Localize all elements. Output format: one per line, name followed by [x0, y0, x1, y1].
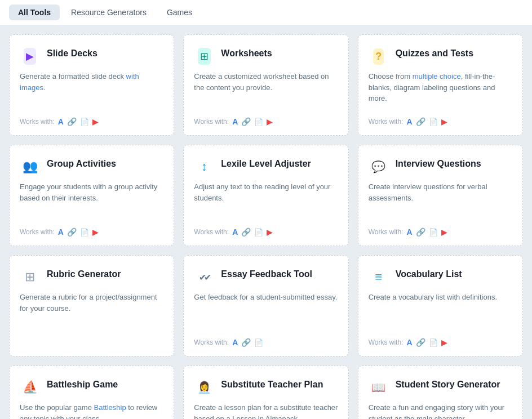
- works-icon-youtube: ▶: [441, 228, 447, 237]
- card-title: Slide Decks: [47, 48, 97, 59]
- works-icon-text: A: [406, 228, 412, 237]
- works-icon-link: 🔗: [416, 338, 425, 347]
- works-with-row: Works with: A🔗📄▶: [194, 117, 338, 126]
- works-icon-text: A: [406, 117, 412, 126]
- works-with-row: Works with: A🔗📄▶: [369, 338, 512, 347]
- works-with-row: Works with: A🔗📄▶: [20, 117, 163, 126]
- works-icon-link: 🔗: [67, 117, 77, 126]
- card-battleship-game[interactable]: ⛵ Battleship Game Use the popular game B…: [9, 365, 174, 419]
- nav-tab-all-tools[interactable]: All Tools: [9, 5, 60, 20]
- card-title: Group Activities: [47, 159, 116, 169]
- works-icon-text: A: [232, 228, 238, 237]
- card-interview-questions[interactable]: 💬 Interview Questions Create interview q…: [358, 145, 523, 246]
- card-icon-container: ⛵: [20, 377, 40, 398]
- card-worksheets[interactable]: ⊞ Worksheets Create a customized workshe…: [183, 34, 348, 136]
- card-icon-lexile-adjuster: ↕: [201, 159, 207, 174]
- nav-tab-games[interactable]: Games: [158, 5, 201, 20]
- works-with-row: Works with: A🔗📄▶: [369, 117, 512, 126]
- card-icon-group-activities: 👥: [23, 159, 38, 174]
- works-icon-link: 🔗: [67, 228, 77, 237]
- card-description: Engage your students with a group activi…: [20, 181, 163, 221]
- card-lexile-adjuster[interactable]: ↕ Lexile Level Adjuster Adjust any text …: [183, 145, 348, 246]
- works-icon-text: A: [58, 228, 64, 237]
- card-icon-quizzes-tests: ?: [373, 48, 384, 65]
- card-header: 📖 Student Story Generator: [369, 377, 512, 398]
- works-icon-youtube: ▶: [92, 228, 98, 237]
- card-title: Quizzes and Tests: [396, 48, 473, 59]
- card-substitute-teacher[interactable]: 👩‍💼 Substitute Teacher Plan Create a les…: [183, 365, 348, 419]
- card-description: Create a vocabulary list with definition…: [369, 292, 512, 331]
- card-title: Essay Feedback Tool: [221, 269, 312, 279]
- works-with-label: Works with:: [194, 338, 229, 346]
- card-icon-essay-feedback: ✔✔: [199, 272, 209, 283]
- card-slide-decks[interactable]: ▶ Slide Decks Generate a formatted slide…: [9, 34, 174, 136]
- card-group-activities[interactable]: 👥 Group Activities Engage your students …: [9, 145, 174, 246]
- card-description: Generate a rubric for a project/assignme…: [20, 292, 163, 347]
- tools-grid: ▶ Slide Decks Generate a formatted slide…: [0, 25, 532, 419]
- card-header: ▶ Slide Decks: [20, 46, 163, 66]
- card-icon-rubric-generator: ⊞: [25, 270, 35, 284]
- card-header: ⊞ Worksheets: [194, 46, 338, 66]
- card-description: Choose from multiple choice, fill-in-the…: [369, 71, 512, 110]
- works-icon-doc: 📄: [429, 338, 438, 347]
- card-icon-battleship-game: ⛵: [23, 380, 38, 395]
- card-icon-container: ⊞: [20, 267, 40, 287]
- works-icon-doc: 📄: [429, 228, 438, 237]
- card-title: Battleship Game: [47, 380, 118, 390]
- card-title: Vocabulary List: [396, 269, 462, 279]
- card-description: Create a customized worksheet based on t…: [194, 71, 338, 110]
- card-header: 👥 Group Activities: [20, 157, 163, 177]
- card-icon-container: ?: [369, 46, 389, 66]
- card-header: ↕ Lexile Level Adjuster: [194, 157, 338, 177]
- works-icon-doc: 📄: [429, 118, 438, 126]
- card-quizzes-tests[interactable]: ? Quizzes and Tests Choose from multiple…: [358, 34, 523, 136]
- works-with-label: Works with:: [369, 118, 404, 126]
- card-icon-container: 👥: [20, 157, 40, 177]
- card-description: Adjust any text to the reading level of …: [194, 181, 338, 221]
- works-with-label: Works with:: [369, 338, 404, 346]
- card-icon-container: ✔✔: [194, 267, 214, 287]
- card-icon-substitute-teacher: 👩‍💼: [197, 381, 211, 394]
- card-icon-container: ≡: [369, 267, 389, 287]
- works-icon-doc: 📄: [254, 338, 263, 347]
- card-title: Worksheets: [221, 48, 272, 59]
- card-header: 👩‍💼 Substitute Teacher Plan: [194, 377, 338, 398]
- card-header: ✔✔ Essay Feedback Tool: [194, 267, 338, 287]
- card-icon-worksheets: ⊞: [198, 48, 211, 65]
- works-icon-link: 🔗: [241, 117, 251, 126]
- works-icon-text: A: [406, 338, 412, 347]
- works-icon-link: 🔗: [416, 228, 425, 237]
- card-title: Rubric Generator: [47, 269, 121, 279]
- works-with-row: Works with: A🔗📄: [194, 338, 338, 347]
- card-rubric-generator[interactable]: ⊞ Rubric Generator Generate a rubric for…: [9, 255, 174, 356]
- card-icon-container: 💬: [369, 157, 389, 177]
- works-icon-youtube: ▶: [441, 338, 447, 347]
- nav-tab-resource-generators[interactable]: Resource Generators: [62, 5, 156, 20]
- works-icon-doc: 📄: [80, 118, 89, 126]
- card-icon-interview-questions: 💬: [371, 160, 385, 173]
- works-with-label: Works with:: [369, 228, 404, 236]
- card-icon-student-story: 📖: [371, 381, 385, 394]
- card-icon-vocabulary-list: ≡: [375, 270, 382, 284]
- card-icon-container: ▶: [20, 46, 40, 66]
- works-icon-youtube: ▶: [441, 118, 447, 126]
- card-header: ⛵ Battleship Game: [20, 377, 163, 398]
- works-icon-doc: 📄: [254, 228, 263, 237]
- card-description: Generate a formatted slide deck with ima…: [20, 71, 163, 110]
- works-icon-youtube: ▶: [92, 118, 98, 126]
- card-header: 💬 Interview Questions: [369, 157, 512, 177]
- works-icon-link: 🔗: [416, 117, 425, 126]
- works-with-label: Works with:: [194, 228, 229, 236]
- works-icon-text: A: [232, 338, 238, 347]
- card-description: Use the popular game Battleship to revie…: [20, 402, 163, 419]
- card-description: Create a lesson plan for a substitute te…: [194, 402, 338, 419]
- card-header: ⊞ Rubric Generator: [20, 267, 163, 287]
- card-student-story[interactable]: 📖 Student Story Generator Create a fun a…: [358, 365, 523, 419]
- works-icon-text: A: [232, 117, 238, 126]
- card-vocabulary-list[interactable]: ≡ Vocabulary List Create a vocabulary li…: [358, 255, 523, 356]
- top-navigation: All ToolsResource GeneratorsGames: [0, 0, 532, 25]
- works-with-row: Works with: A🔗📄▶: [20, 228, 163, 237]
- works-with-row: Works with: A🔗📄▶: [369, 228, 512, 237]
- card-icon-slide-decks: ▶: [24, 48, 36, 65]
- card-essay-feedback[interactable]: ✔✔ Essay Feedback Tool Get feedback for …: [183, 255, 348, 356]
